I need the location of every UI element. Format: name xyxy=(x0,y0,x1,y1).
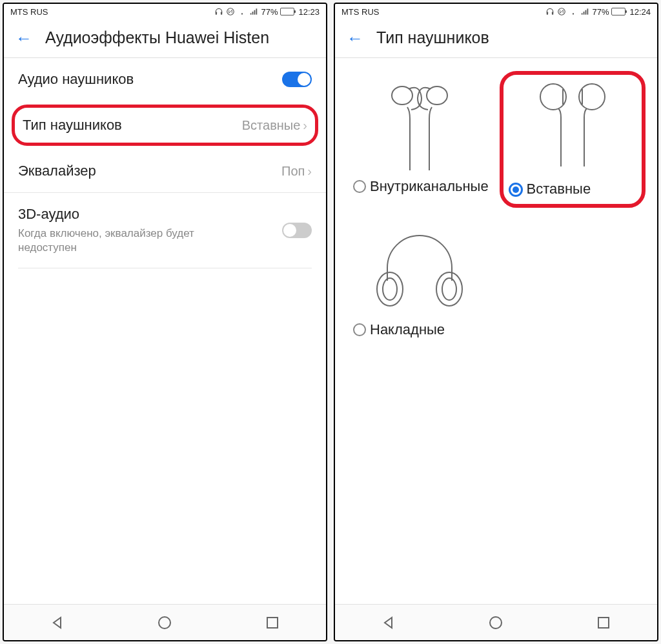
row-3d-audio[interactable]: 3D-аудио Когда включено, эквалайзер буде… xyxy=(4,193,326,268)
chevron-right-icon: › xyxy=(303,118,307,133)
clock: 12:24 xyxy=(629,7,651,17)
svg-point-22 xyxy=(377,272,403,306)
svg-rect-16 xyxy=(585,10,587,15)
nav-home-button[interactable] xyxy=(476,611,515,634)
wifi-weak-icon xyxy=(238,7,247,16)
nfc-status-icon xyxy=(557,7,566,16)
statusbar-right: 77% 12:23 xyxy=(214,7,320,17)
row-value-cluster: Вставные › xyxy=(242,118,307,133)
headphones-status-icon xyxy=(214,7,223,16)
triangle-back-icon xyxy=(50,615,65,630)
svg-rect-10 xyxy=(547,12,548,15)
clock: 12:23 xyxy=(298,7,320,17)
on-ear-headphones-icon xyxy=(349,219,491,316)
wifi-weak-icon xyxy=(569,7,578,16)
row-label: Эквалайзер xyxy=(18,163,96,179)
toggle-on[interactable] xyxy=(282,72,312,87)
svg-rect-17 xyxy=(587,8,589,14)
nav-recents-button[interactable] xyxy=(253,611,292,634)
option-earbuds-highlighted[interactable]: Вставные xyxy=(500,71,646,208)
option-label: Внутриканальные xyxy=(370,178,489,195)
row-value: Вставные xyxy=(242,118,301,133)
header: ← Тип наушников xyxy=(335,19,657,58)
option-label: Вставные xyxy=(527,181,591,197)
statusbar: MTS RUS 77% 12:23 xyxy=(4,4,326,19)
navbar xyxy=(335,604,657,640)
nav-home-button[interactable] xyxy=(145,611,184,634)
square-recents-icon xyxy=(596,615,611,630)
square-recents-icon xyxy=(265,615,280,630)
headphone-type-grid: Внутриканальные xyxy=(335,58,657,604)
in-ear-headphones-icon xyxy=(349,76,491,173)
page-title: Аудиоэффекты Huawei Histen xyxy=(45,28,269,47)
row-value: Поп xyxy=(281,164,305,179)
svg-rect-4 xyxy=(250,13,252,14)
option-on-ear[interactable]: Накладные xyxy=(347,214,493,346)
battery-icon xyxy=(280,8,294,15)
carrier-label: MTS RUS xyxy=(10,7,48,17)
svg-point-24 xyxy=(436,272,462,306)
svg-point-26 xyxy=(490,617,502,629)
row-label: 3D-аудио xyxy=(18,206,199,223)
svg-rect-9 xyxy=(267,618,278,628)
svg-rect-15 xyxy=(584,12,585,15)
chevron-right-icon: › xyxy=(307,164,312,179)
svg-point-23 xyxy=(383,278,397,300)
phone-left: MTS RUS 77% 12:23 ← Аудиоэффекты Huawei … xyxy=(3,3,327,641)
row-equalizer[interactable]: Эквалайзер Поп › xyxy=(4,150,326,192)
row-audio-headphones[interactable]: Аудио наушников xyxy=(4,58,326,101)
row-text-column: 3D-аудио Когда включено, эквалайзер буде… xyxy=(18,206,199,255)
back-button[interactable]: ← xyxy=(347,30,363,46)
highlight-headphone-type: Тип наушников Вставные › xyxy=(12,105,318,146)
nav-back-button[interactable] xyxy=(369,611,408,634)
svg-rect-14 xyxy=(582,13,583,14)
back-button[interactable]: ← xyxy=(15,30,32,46)
radio-unchecked[interactable] xyxy=(353,323,366,336)
circle-home-icon xyxy=(488,615,503,630)
circle-home-icon xyxy=(157,615,172,630)
svg-point-8 xyxy=(159,617,170,629)
nav-recents-button[interactable] xyxy=(584,611,623,634)
settings-list: Аудио наушников Тип наушников Вставные ›… xyxy=(4,58,326,604)
triangle-back-icon xyxy=(381,615,396,630)
svg-point-3 xyxy=(241,13,243,14)
radio-unchecked[interactable] xyxy=(353,180,366,193)
option-label-row: Вставные xyxy=(505,181,641,197)
nav-back-button[interactable] xyxy=(38,611,77,634)
battery-icon xyxy=(611,8,625,15)
signal-icon xyxy=(580,7,589,16)
svg-rect-7 xyxy=(256,8,258,14)
headphones-status-icon xyxy=(545,7,554,16)
radio-checked[interactable] xyxy=(509,183,523,197)
row-value-cluster: Поп › xyxy=(281,164,312,179)
statusbar: MTS RUS 77% 12:24 xyxy=(335,4,657,19)
row-label: Аудио наушников xyxy=(18,71,134,88)
svg-point-13 xyxy=(573,13,574,14)
option-in-ear[interactable]: Внутриканальные xyxy=(347,71,493,208)
row-headphone-type[interactable]: Тип наушников Вставные › xyxy=(15,108,315,143)
svg-rect-0 xyxy=(216,12,217,15)
statusbar-right: 77% 12:24 xyxy=(545,7,651,17)
earbuds-icon xyxy=(505,79,641,176)
battery-percent: 77% xyxy=(261,7,278,17)
svg-rect-1 xyxy=(221,12,222,15)
divider xyxy=(18,268,312,268)
header: ← Аудиоэффекты Huawei Histen xyxy=(4,19,326,58)
row-description: Когда включено, эквалайзер будет недосту… xyxy=(18,226,199,255)
option-label: Накладные xyxy=(370,321,445,338)
option-label-row: Внутриканальные xyxy=(349,178,491,195)
svg-rect-11 xyxy=(552,12,553,15)
svg-rect-27 xyxy=(598,618,609,628)
phone-right: MTS RUS 77% 12:24 ← Тип наушников xyxy=(334,3,658,641)
row-label: Тип наушников xyxy=(23,117,122,134)
toggle-off[interactable] xyxy=(282,223,312,238)
svg-rect-5 xyxy=(252,12,254,15)
carrier-label: MTS RUS xyxy=(341,7,380,17)
page-title: Тип наушников xyxy=(376,28,489,47)
signal-icon xyxy=(249,7,258,16)
battery-percent: 77% xyxy=(592,7,609,17)
svg-point-25 xyxy=(442,278,456,300)
nfc-status-icon xyxy=(226,7,235,16)
option-label-row: Накладные xyxy=(349,321,491,338)
svg-rect-6 xyxy=(254,10,256,15)
